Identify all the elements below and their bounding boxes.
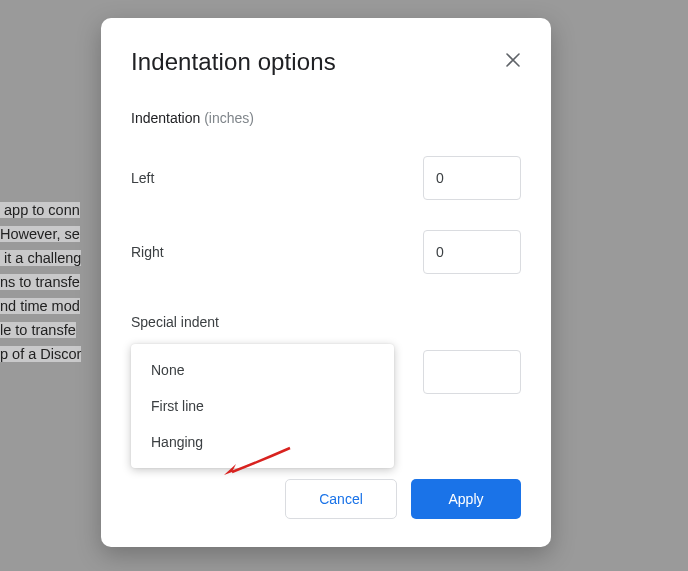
- special-indent-label: Special indent: [131, 314, 521, 330]
- left-indent-input[interactable]: [423, 156, 521, 200]
- dropdown-item-hanging[interactable]: Hanging: [131, 424, 394, 460]
- indentation-dialog: Indentation options Indentation (inches)…: [101, 18, 551, 547]
- cancel-button[interactable]: Cancel: [285, 479, 397, 519]
- indentation-section-label: Indentation (inches): [131, 110, 521, 126]
- right-indent-input[interactable]: [423, 230, 521, 274]
- dropdown-item-none[interactable]: None: [131, 352, 394, 388]
- dialog-title: Indentation options: [131, 48, 521, 76]
- dropdown-item-first-line[interactable]: First line: [131, 388, 394, 424]
- left-indent-row: Left: [131, 156, 521, 200]
- special-indent-dropdown: None First line Hanging: [131, 344, 394, 468]
- special-indent-row: None First line Hanging: [131, 350, 521, 394]
- right-label: Right: [131, 244, 164, 260]
- apply-button[interactable]: Apply: [411, 479, 521, 519]
- left-label: Left: [131, 170, 154, 186]
- close-button[interactable]: [499, 46, 527, 74]
- special-indent-value-input[interactable]: [423, 350, 521, 394]
- close-icon: [506, 53, 520, 67]
- dialog-actions: Cancel Apply: [285, 479, 521, 519]
- right-indent-row: Right: [131, 230, 521, 274]
